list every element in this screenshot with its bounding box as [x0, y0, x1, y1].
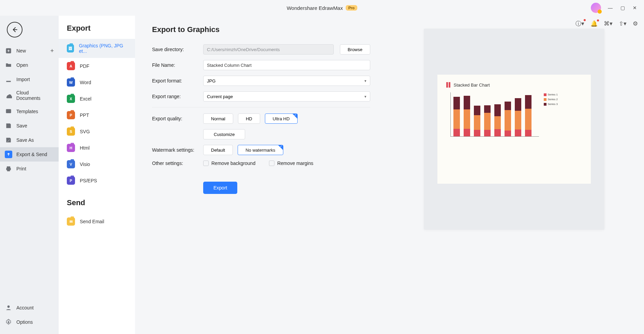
quality-ultrahd-button[interactable]: Ultra HD: [265, 113, 298, 124]
account-icon: [5, 304, 12, 312]
excel-icon: X: [67, 95, 75, 103]
quality-customize-button[interactable]: Customize: [203, 129, 245, 139]
nav-label: Import: [16, 77, 30, 82]
top-toolbar: ⓘ▾ 🔔 ⌘▾ ⇧▾ ⚙: [575, 20, 638, 28]
nav-label: Account: [16, 305, 34, 310]
export-format-sidebar: Export 🖼 Graphics (PNG, JPG et... A PDF …: [59, 16, 135, 334]
export-button[interactable]: Export: [203, 182, 237, 194]
nav-options[interactable]: Options: [0, 315, 59, 329]
format-html[interactable]: H Html: [59, 140, 135, 156]
nav-account[interactable]: Account: [0, 301, 59, 315]
format-label: SVG: [80, 129, 90, 134]
nav-save[interactable]: Save: [0, 119, 59, 133]
divider: [152, 107, 370, 107]
back-button[interactable]: [7, 22, 23, 37]
html-icon: H: [67, 144, 75, 152]
ps-icon: P: [67, 177, 75, 185]
quality-normal-button[interactable]: Normal: [203, 113, 233, 124]
preview-chart-title: Stacked Bar Chart: [454, 82, 490, 88]
format-label: Visio: [80, 162, 90, 167]
checkbox-icon: [269, 161, 274, 166]
label-export-quality: Export quality:: [152, 116, 203, 121]
nav-open[interactable]: Open: [0, 58, 59, 72]
chart-legend: Series 1 Series 2 Series 3: [544, 92, 558, 137]
word-icon: W: [67, 78, 75, 87]
svg-point-3: [8, 321, 10, 323]
label-file-name: File Name:: [152, 62, 203, 68]
svg-point-2: [8, 305, 10, 308]
preview-panel: Stacked Bar Chart Series 1 Series 2 Seri…: [404, 25, 624, 324]
visio-icon: V: [67, 160, 75, 168]
format-excel[interactable]: X Excel: [59, 91, 135, 107]
format-word[interactable]: W Word: [59, 74, 135, 91]
format-label: PPT: [80, 112, 89, 118]
plus-icon[interactable]: +: [50, 47, 54, 55]
nav-label: Export & Send: [16, 152, 47, 157]
page-title: Export to Graphics: [152, 25, 370, 34]
nav-label: Templates: [16, 109, 38, 114]
nav-save-as[interactable]: Save As: [0, 133, 59, 147]
nav-templates[interactable]: Templates: [0, 104, 59, 119]
pdf-icon: A: [67, 62, 75, 70]
format-label: Word: [80, 80, 91, 85]
save-directory-input[interactable]: [203, 44, 334, 55]
label-export-format: Export format:: [152, 78, 203, 84]
main-content: Export to Graphics Save directory: Brows…: [135, 16, 644, 334]
browse-button[interactable]: Browse: [340, 44, 370, 55]
gear-icon: [5, 318, 12, 326]
settings-gear-icon[interactable]: ⚙: [633, 20, 638, 27]
help-icon[interactable]: ⓘ▾: [575, 20, 584, 28]
send-email[interactable]: ✉ Send Email: [59, 213, 135, 230]
chart-bars: [450, 92, 539, 137]
grid-menu-icon[interactable]: ⌘▾: [604, 20, 613, 27]
ppt-icon: P: [67, 111, 75, 119]
format-label: PS/EPS: [80, 178, 97, 183]
export-format-select[interactable]: JPG: [203, 76, 370, 86]
user-avatar[interactable]: [591, 3, 601, 13]
nav-cloud-documents[interactable]: Cloud Documents: [0, 87, 59, 104]
print-icon: [5, 165, 12, 172]
format-pseps[interactable]: P PS/EPS: [59, 172, 135, 189]
format-svg[interactable]: S SVG: [59, 123, 135, 140]
format-label: Excel: [80, 96, 91, 102]
nav-import[interactable]: Import: [0, 72, 59, 87]
share-icon[interactable]: ⇧▾: [619, 20, 627, 27]
format-label: Graphics (PNG, JPG et...: [79, 43, 127, 54]
format-pdf[interactable]: A PDF: [59, 58, 135, 74]
cloud-icon: [5, 92, 12, 99]
format-visio[interactable]: V Visio: [59, 156, 135, 172]
format-label: Send Email: [80, 219, 104, 224]
nav-label: Print: [16, 166, 26, 171]
nav-label: Save As: [16, 137, 34, 143]
nav-print[interactable]: Print: [0, 162, 59, 176]
notifications-icon[interactable]: 🔔: [590, 20, 598, 27]
remove-margins-checkbox[interactable]: Remove margins: [269, 161, 313, 166]
nav-export-send[interactable]: Export & Send: [0, 147, 59, 162]
image-icon: 🖼: [67, 44, 74, 52]
close-button[interactable]: ✕: [632, 5, 638, 11]
nav-label: Cloud Documents: [16, 90, 54, 101]
file-name-input[interactable]: [203, 60, 370, 70]
nav-new[interactable]: New +: [0, 44, 59, 58]
watermark-default-button[interactable]: Default: [203, 145, 233, 155]
svg-icon: S: [67, 127, 75, 136]
title-bar: Wondershare EdrawMax Pro — ▢ ✕: [0, 0, 644, 16]
save-icon: [5, 122, 12, 130]
minimize-button[interactable]: —: [607, 5, 613, 11]
quality-hd-button[interactable]: HD: [238, 113, 260, 124]
plus-box-icon: [5, 47, 12, 55]
maximize-button[interactable]: ▢: [619, 5, 626, 11]
nav-label: Options: [16, 319, 33, 325]
remove-background-checkbox[interactable]: Remove background: [203, 161, 255, 166]
format-ppt[interactable]: P PPT: [59, 107, 135, 123]
format-graphics[interactable]: 🖼 Graphics (PNG, JPG et...: [59, 39, 135, 58]
export-range-select[interactable]: Current page: [203, 91, 370, 102]
save-as-icon: [5, 136, 12, 144]
folder-icon: [5, 61, 12, 69]
label-export-range: Export range:: [152, 94, 203, 99]
nav-label: New: [16, 48, 26, 54]
watermark-none-button[interactable]: No watermarks: [238, 145, 283, 155]
export-section-title: Export: [59, 24, 135, 39]
label-watermark: Watermark settings:: [152, 147, 203, 153]
format-label: PDF: [80, 63, 89, 69]
